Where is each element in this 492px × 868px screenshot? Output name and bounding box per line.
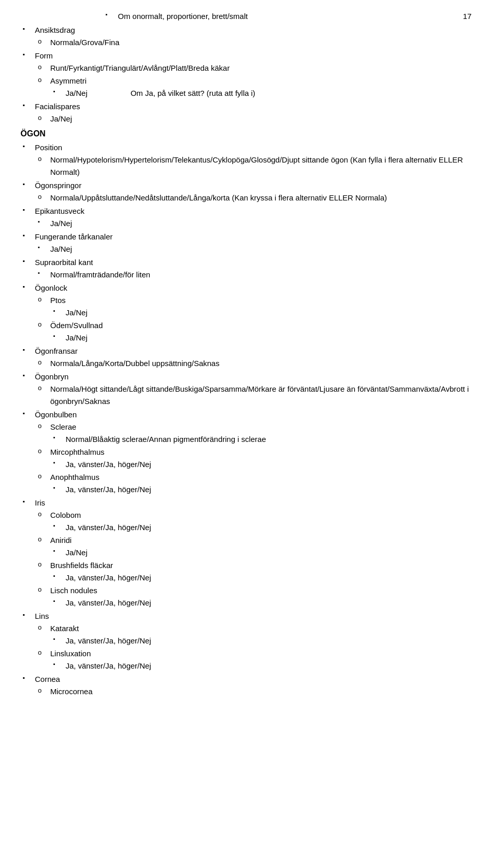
list-item: Supraorbital kant Normal/framträdande/fö… — [20, 256, 471, 281]
list-item: Katarakt Ja, vänster/Ja, höger/Nej — [35, 622, 471, 647]
list-item: Ja, vänster/Ja, höger/Nej — [50, 521, 471, 534]
list-item: Normala/Grova/Fina — [35, 36, 471, 49]
list-item: Normal/framträdande/för liten — [35, 269, 471, 281]
list-item: Ptos Ja/Nej — [35, 294, 471, 319]
list-item: Ja/Nej Om Ja, på vilket sätt? (ruta att … — [50, 87, 471, 99]
list-item: Microcornea — [35, 685, 471, 698]
list-item: Ja/Nej — [50, 307, 471, 319]
list-item: Ögonbryn Normala/Högt sittande/Lågt sitt… — [20, 371, 471, 408]
list-item: Ja, vänster/Ja, höger/Nej — [50, 635, 471, 647]
list-item: Asymmetri Ja/Nej Om Ja, på vilket sätt? … — [35, 75, 471, 99]
list-item: Ögonfransar Normala/Långa/Korta/Dubbel u… — [20, 345, 471, 370]
list-item: Ja, vänster/Ja, höger/Nej — [50, 572, 471, 584]
list-item: Fungerande tårkanaler Ja/Nej — [20, 231, 471, 255]
list-item: Normala/Uppåtsluttande/Nedåtsluttande/Lå… — [35, 192, 471, 204]
list-item: Normal/Hypotelorism/Hypertelorism/Teleka… — [35, 154, 471, 178]
list-item: Ja, vänster/Ja, höger/Nej — [50, 660, 471, 672]
list-item: Ögonbulben Sclerae Normal/Blåaktig scler… — [20, 409, 471, 496]
list-item: Mircophthalmus Ja, vänster/Ja, höger/Nej — [35, 446, 471, 471]
list-item: Ja, vänster/Ja, höger/Nej — [50, 458, 471, 471]
list-item: Ögonspringor Normala/Uppåtsluttande/Nedå… — [20, 179, 471, 204]
list-item: Brushfields fläckar Ja, vänster/Ja, höge… — [35, 559, 471, 584]
list-item: Normal/Blåaktig sclerae/Annan pigmentför… — [50, 433, 471, 446]
page-content: 17 Om onormalt, proportioner, brett/smal… — [20, 10, 471, 698]
list-item: Ja/Nej — [50, 547, 471, 559]
iris-item: Iris Colobom Ja, vänster/Ja, höger/Nej A… — [20, 497, 471, 609]
list-item: Runt/Fyrkantigt/Triangulärt/Avlångt/Plat… — [35, 62, 471, 74]
list-item: Facialispares Ja/Nej — [20, 100, 471, 125]
list-item: Lisch nodules Ja, vänster/Ja, höger/Nej — [35, 584, 471, 609]
cornea-item: Cornea Microcornea — [20, 673, 471, 698]
list-item: Ja/Nej — [50, 332, 471, 344]
list-item: Ödem/Svullnad Ja/Nej — [35, 319, 471, 344]
list-item: Ja/Nej — [35, 243, 471, 255]
list-item: Position Normal/Hypotelorism/Hypertelori… — [20, 142, 471, 178]
list-item: Ja/Nej — [35, 217, 471, 230]
list-item: Ja, vänster/Ja, höger/Nej — [50, 483, 471, 496]
list-item: Ögonlock Ptos Ja/Nej Ödem/Svullnad Ja/Ne… — [20, 282, 471, 344]
list-item: Anophthalmus Ja, vänster/Ja, höger/Nej — [35, 471, 471, 496]
list-item: Linsluxation Ja, vänster/Ja, höger/Nej — [35, 648, 471, 672]
list-item: Ja/Nej — [35, 113, 471, 125]
list-item: Epikantusveck Ja/Nej — [20, 205, 471, 230]
lins-item: Lins Katarakt Ja, vänster/Ja, höger/Nej … — [20, 610, 471, 672]
list-item: Ansiktsdrag Normala/Grova/Fina — [20, 24, 471, 49]
list-item: Sclerae Normal/Blåaktig sclerae/Annan pi… — [35, 421, 471, 446]
list-item: Aniridi Ja/Nej — [35, 534, 471, 559]
list-item: Colobom Ja, vänster/Ja, höger/Nej — [35, 509, 471, 534]
list-item: Normala/Långa/Korta/Dubbel uppsättning/S… — [35, 357, 471, 370]
list-item: Om onormalt, proportioner, brett/smalt — [102, 10, 471, 23]
list-item: Form Runt/Fyrkantigt/Triangulärt/Avlångt… — [20, 50, 471, 99]
list-item: Normala/Högt sittande/Lågt sittande/Busk… — [35, 383, 471, 408]
ogon-header: ÖGON — [20, 127, 471, 140]
list-item: Ja, vänster/Ja, höger/Nej — [50, 597, 471, 609]
